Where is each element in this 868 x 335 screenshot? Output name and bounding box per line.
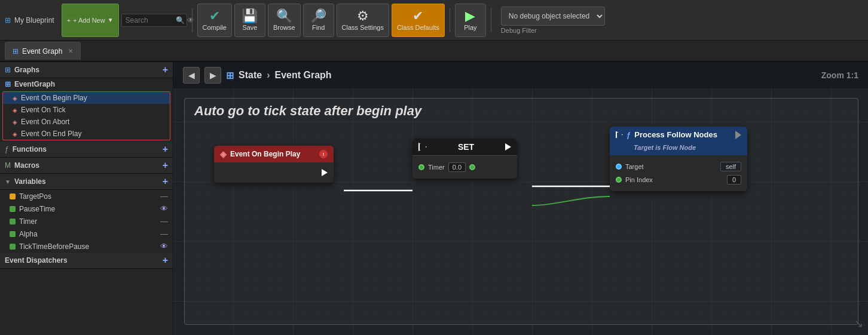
exec-out-pin[interactable] (322, 169, 328, 176)
var-pausetime-label: PauseTime (19, 205, 55, 213)
find-icon: 🔎 (310, 10, 326, 23)
browse-label: Browse (273, 24, 295, 31)
class-settings-label: Class Settings (342, 24, 384, 31)
var-ticktime[interactable]: TickTimeBeforePause 👁 (0, 240, 173, 253)
set-timer-out-pin[interactable] (469, 164, 475, 170)
var-timer[interactable]: Timer — (0, 215, 173, 228)
play-label: Play (464, 24, 476, 31)
var-timer-dot (10, 219, 16, 225)
add-variable-button[interactable]: + (163, 176, 168, 187)
var-ticktime-eye-icon: 👁 (160, 242, 168, 251)
graphs-section-header[interactable]: ⊞ Graphs + (0, 62, 173, 78)
process-pinindex-row: Pin Index 0 (616, 173, 741, 186)
event-graph-root[interactable]: ⊞ EventGraph (0, 78, 173, 90)
var-alpha-dot (10, 231, 16, 237)
process-follow-subtitle-row: Target is Flow Node (616, 143, 696, 152)
compile-label: Compile (203, 24, 227, 31)
var-alpha-label: Alpha (19, 230, 38, 238)
tab-event-graph[interactable]: ⊞ Event Graph ✕ (5, 42, 81, 60)
var-timer-eye-icon: — (160, 217, 168, 226)
process-pinindex-label: Pin Index (625, 176, 653, 183)
var-pausetime-eye-icon: 👁 (160, 204, 168, 213)
process-follow-label: Process Follow Nodes (634, 130, 732, 139)
canvas[interactable]: ◀ ▶ ⊞ State › Event Graph Zoom 1:1 Auto … (173, 62, 868, 335)
tab-graph-icon: ⊞ (13, 47, 19, 56)
debug-select[interactable]: No debug object selected (501, 7, 605, 26)
add-new-label: + Add New (73, 17, 105, 24)
var-ticktime-label: TickTimeBeforePause (19, 242, 89, 251)
set-timer-value[interactable]: 0.0 (448, 162, 466, 172)
add-graph-button[interactable]: + (163, 64, 168, 75)
play-icon: ▶ (465, 10, 475, 23)
save-button[interactable]: 💾 Save (234, 4, 265, 37)
eye-icon[interactable]: 👁 (187, 16, 194, 24)
var-targetpos-eye-icon: — (160, 192, 168, 201)
class-settings-button[interactable]: ⚙ Class Settings (337, 4, 389, 37)
global-search-box: 🔍 👁 (121, 14, 187, 27)
add-dispatcher-button[interactable]: + (163, 255, 168, 266)
variables-label: Variables (14, 177, 46, 186)
class-defaults-button[interactable]: ✔ Class Defaults (392, 4, 445, 37)
comment-box: Auto go to tick state after begin play (184, 98, 858, 325)
graphs-label: Graphs (14, 66, 39, 74)
event-begin-play-item[interactable]: ◈ Event On Begin Play (3, 92, 170, 104)
compile-button[interactable]: ✔ Compile (197, 4, 232, 37)
separator-3 (491, 8, 491, 32)
play-button[interactable]: ▶ Play (455, 4, 486, 37)
nav-back-button[interactable]: ◀ (183, 67, 200, 84)
var-targetpos-label: TargetPos (19, 192, 51, 201)
event-abort-label: Event On Abort (21, 118, 69, 126)
class-defaults-icon: ✔ (412, 10, 423, 23)
add-macro-button[interactable]: + (163, 160, 168, 171)
event-end-play-item[interactable]: ◈ Event On End Play (3, 128, 170, 140)
add-new-button[interactable]: + + Add New ▼ (62, 4, 119, 37)
variables-section-header[interactable]: ▼ Variables + (0, 174, 173, 190)
set-timer-in-pin[interactable] (418, 164, 424, 170)
set-node[interactable]: SET Timer 0.0 (412, 139, 517, 179)
highlighted-events-group: ◈ Event On Begin Play ◈ Event On Tick ◈ … (2, 91, 170, 140)
process-target-label: Target (625, 163, 644, 170)
dropdown-arrow-icon: ▼ (108, 17, 114, 23)
process-follow-node[interactable]: ƒ Process Follow Nodes Target is Flow No… (610, 127, 747, 191)
process-pinindex-value[interactable]: 0 (727, 175, 741, 185)
browse-button[interactable]: 🔍 Browse (268, 4, 301, 37)
tabbar: ⊞ Event Graph ✕ (0, 41, 868, 62)
zoom-label: Zoom 1:1 (821, 70, 858, 80)
var-pausetime-dot (10, 206, 16, 212)
separator-2 (450, 8, 450, 32)
nav-forward-button[interactable]: ▶ (204, 67, 221, 84)
macros-icon: M (5, 161, 11, 170)
var-pausetime[interactable]: PauseTime 👁 (0, 202, 173, 215)
event-tick-item[interactable]: ◈ Event On Tick (3, 104, 170, 116)
canvas-header: ◀ ▶ ⊞ State › Event Graph Zoom 1:1 (173, 62, 868, 88)
process-target-pin[interactable] (616, 164, 622, 170)
save-icon: 💾 (242, 10, 258, 23)
event-abort-item[interactable]: ◈ Event On Abort (3, 116, 170, 128)
process-exec-out-pin[interactable] (735, 131, 741, 139)
macros-section-header[interactable]: M Macros + (0, 158, 173, 174)
set-timer-row: Timer 0.0 (418, 161, 511, 174)
macros-label: Macros (14, 161, 39, 170)
process-target-row: Target self (616, 160, 741, 173)
process-pinindex-pin[interactable] (616, 177, 622, 183)
process-func-icon: ƒ (626, 130, 631, 139)
add-function-button[interactable]: + (163, 144, 168, 155)
process-target-value[interactable]: self (720, 162, 741, 171)
set-timer-label: Timer (428, 164, 445, 171)
global-search-input[interactable] (126, 16, 173, 24)
event-begin-play-exec-row (220, 167, 328, 178)
tab-close-button[interactable]: ✕ (68, 48, 73, 54)
var-ticktime-dot (10, 244, 16, 250)
event-graph-root-label: EventGraph (14, 80, 55, 88)
variables-caret-icon: ▼ (5, 179, 11, 185)
var-targetpos[interactable]: TargetPos — (0, 190, 173, 202)
var-alpha[interactable]: Alpha — (0, 228, 173, 240)
set-exec-out-pin[interactable] (505, 143, 511, 150)
event-begin-play-node[interactable]: ◈ Event On Begin Play ! (214, 146, 334, 183)
find-button[interactable]: 🔎 Find (303, 4, 334, 37)
functions-section-header[interactable]: ƒ Functions + (0, 142, 173, 158)
my-blueprint-label: My Blueprint (14, 16, 54, 24)
set-exec-in-pin[interactable] (418, 143, 427, 151)
process-exec-in-pin[interactable] (616, 131, 623, 139)
event-dispatchers-section-header[interactable]: Event Dispatchers + (0, 253, 173, 269)
